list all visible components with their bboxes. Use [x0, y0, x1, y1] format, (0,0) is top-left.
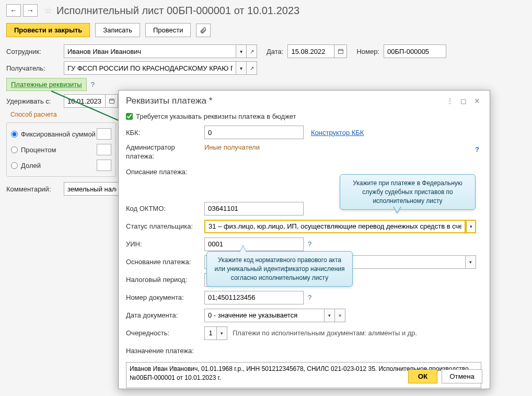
toolbar: Провести и закрыть Записать Провести	[0, 21, 532, 44]
uin-callout-tail-inner	[240, 246, 246, 252]
back-button[interactable]: ←	[6, 4, 21, 17]
status-callout-tail-inner	[394, 206, 401, 212]
employee-dropdown-button[interactable]: ▾	[236, 44, 247, 58]
employee-input[interactable]	[64, 44, 236, 58]
method-percent-radio[interactable]: Процентом	[7, 142, 115, 157]
admin-value: Иные получатели	[204, 143, 260, 151]
dialog-menu-icon[interactable]: ⋮	[445, 96, 455, 106]
dialog-header: Реквизиты платежа * ⋮ ◻ ✕	[119, 90, 490, 110]
ok-button[interactable]: ОК	[408, 369, 438, 383]
payment-requisites-dialog: Реквизиты платежа * ⋮ ◻ ✕ Требуется указ…	[118, 90, 490, 389]
doc-date-clear-button[interactable]: ×	[335, 309, 345, 322]
budget-requisites-label: Требуется указывать реквизиты платежа в …	[136, 112, 296, 120]
recipient-open-button[interactable]: ↗	[247, 61, 257, 75]
uin-callout: Укажите код нормативного правового акта …	[206, 251, 353, 287]
number-label: Номер:	[356, 48, 379, 55]
withhold-from-calendar-button[interactable]	[106, 94, 118, 108]
budget-requisites-checkbox[interactable]	[126, 113, 133, 120]
method-percent-label: Процентом	[21, 146, 56, 154]
recipient-dropdown-button[interactable]: ▾	[236, 61, 247, 75]
post-and-close-button[interactable]: Провести и закрыть	[6, 23, 90, 37]
employee-open-button[interactable]: ↗	[247, 44, 257, 58]
payer-status-dropdown-button[interactable]: ▾	[466, 220, 476, 233]
attachments-button[interactable]	[196, 24, 211, 37]
date-input[interactable]	[287, 44, 334, 58]
page-title: Исполнительный лист 00БП-000001 от 10.01…	[56, 5, 299, 17]
method-share-radio-input[interactable]	[11, 162, 18, 169]
employee-label: Сотрудник:	[6, 48, 64, 55]
admin-help-icon[interactable]: ?	[475, 145, 479, 153]
basis-label: Основание платежа:	[126, 258, 204, 266]
admin-label: Администратор платежа:	[126, 143, 204, 161]
calendar-icon	[338, 48, 344, 54]
status-callout: Укажите при платеже в Федеральную службу…	[340, 174, 476, 210]
comment-label: Комментарий:	[6, 185, 64, 193]
recipient-label: Получатель:	[6, 64, 64, 72]
payer-status-input[interactable]	[204, 220, 466, 233]
method-share-radio[interactable]: Долей	[7, 157, 115, 173]
dialog-detach-icon[interactable]: ◻	[458, 96, 469, 106]
kbk-constructor-link[interactable]: Конструктор КБК	[311, 129, 364, 137]
calc-method-group: Фиксированной суммой Процентом Долей	[6, 122, 116, 177]
recipient-input[interactable]	[64, 61, 236, 75]
dialog-body: Требуется указывать реквизиты платежа в …	[119, 110, 490, 390]
method-fixed-label: Фиксированной суммой	[21, 130, 96, 138]
comment-input[interactable]	[64, 182, 120, 196]
desc-label: Описание платежа:	[126, 168, 204, 176]
method-percent-value[interactable]	[97, 144, 111, 155]
dialog-close-icon[interactable]: ✕	[472, 96, 482, 106]
favorite-star-icon[interactable]: ☆	[44, 5, 52, 16]
method-percent-radio-input[interactable]	[11, 146, 18, 153]
withhold-from-input[interactable]	[64, 94, 106, 108]
kbk-input[interactable]	[204, 126, 304, 139]
method-fixed-value[interactable]	[97, 128, 111, 140]
tax-period-label: Налоговый период:	[126, 276, 204, 284]
date-calendar-button[interactable]	[334, 44, 347, 58]
header-bar: ← → ☆ Исполнительный лист 00БП-000001 от…	[0, 0, 532, 21]
uin-help-icon[interactable]: ?	[308, 240, 311, 248]
calendar-icon	[109, 98, 115, 104]
post-button[interactable]: Провести	[145, 23, 191, 37]
doc-date-label: Дата документа:	[126, 311, 204, 319]
uin-label: УИН:	[126, 240, 204, 248]
payment-details-help-icon[interactable]: ?	[91, 81, 95, 88]
doc-num-input[interactable]	[204, 291, 304, 304]
withhold-from-label: Удерживать с:	[6, 97, 64, 105]
dialog-title: Реквизиты платежа *	[126, 96, 442, 106]
method-fixed-radio[interactable]: Фиксированной суммой	[7, 126, 115, 142]
doc-num-help-icon[interactable]: ?	[308, 293, 311, 301]
doc-num-label: Номер документа:	[126, 293, 204, 301]
method-share-label: Долей	[21, 162, 41, 169]
oktmo-label: Код ОКТМО:	[126, 205, 204, 212]
doc-date-dropdown-button[interactable]: ▾	[325, 309, 335, 322]
doc-date-input[interactable]	[204, 309, 325, 322]
date-label: Дата:	[267, 48, 283, 55]
svg-rect-1	[109, 99, 114, 104]
method-fixed-radio-input[interactable]	[11, 131, 18, 138]
cancel-button[interactable]: Отмена	[442, 369, 482, 383]
payment-details-link[interactable]: Платежные реквизиты	[6, 78, 87, 91]
svg-rect-0	[338, 50, 343, 54]
priority-input[interactable]	[204, 326, 217, 340]
basis-dropdown-button[interactable]: ▾	[466, 255, 476, 269]
payer-status-label: Статус плательщика:	[126, 222, 204, 230]
save-button[interactable]: Записать	[95, 23, 140, 37]
kbk-label: КБК:	[126, 129, 204, 137]
oktmo-input[interactable]	[204, 202, 304, 216]
paperclip-icon	[200, 27, 207, 34]
purpose-label: Назначение платежа:	[126, 347, 194, 355]
uin-input[interactable]	[204, 237, 304, 251]
number-input[interactable]	[384, 44, 446, 58]
forward-button[interactable]: →	[23, 4, 38, 17]
dialog-footer: ОК Отмена	[408, 369, 482, 383]
priority-hint: Платежи по исполнительным документам: ал…	[233, 329, 417, 337]
priority-label: Очередность:	[126, 329, 204, 337]
priority-dropdown-button[interactable]: ▾	[217, 326, 227, 340]
method-share-value[interactable]	[97, 160, 111, 171]
